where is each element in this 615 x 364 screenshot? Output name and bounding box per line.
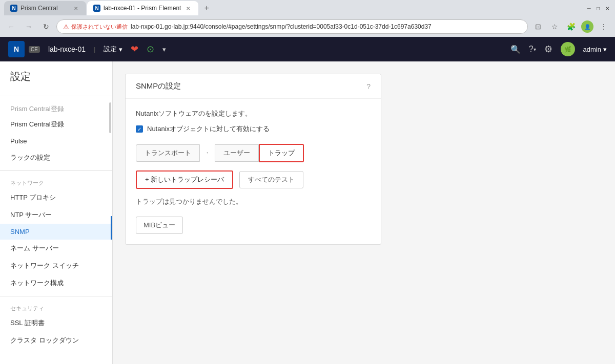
tab1-favicon: N: [10, 5, 17, 12]
test-all-button[interactable]: すべてのテスト: [239, 171, 303, 188]
avatar: 🌿: [561, 42, 575, 56]
new-trap-label: + 新しいトラップレシーバ: [145, 175, 224, 184]
screen-capture-icon[interactable]: ⊡: [531, 19, 545, 34]
enable-checkbox[interactable]: ✓: [136, 125, 143, 133]
browser-window: N Prism Central ✕ N lab-nxce-01 - Prism …: [0, 0, 615, 364]
sidebar-item-label: HTTP プロキシ: [10, 193, 56, 202]
address-field[interactable]: ⚠ 保護されていない通信 lab-nxpc-01.go-lab.jp:9440/…: [56, 19, 528, 34]
status-dropdown-arrow: ▾: [162, 46, 166, 53]
settings-nav-icon[interactable]: ⚙: [544, 44, 552, 55]
sidebar-item-http-proxy[interactable]: HTTP プロキシ: [0, 189, 112, 206]
divider-3: [0, 296, 112, 296]
tab1-label: Prism Central: [20, 5, 58, 12]
sidebar-item-rack[interactable]: ラックの設定: [0, 149, 112, 166]
divider-2: [0, 170, 112, 171]
settings-nav-dropdown[interactable]: 設定 ▾: [104, 45, 122, 54]
sidebar-item-label: SNMP: [10, 228, 30, 235]
active-indicator: [111, 216, 112, 233]
panel-description: Nutanixソフトウェアのを設定します。: [136, 109, 371, 118]
health-icon[interactable]: ❤: [131, 44, 138, 55]
tab-traps[interactable]: トラップ: [259, 144, 304, 162]
sidebar-item-snmp[interactable]: SNMP: [0, 224, 112, 240]
title-bar: N Prism Central ✕ N lab-nxce-01 - Prism …: [0, 0, 615, 16]
minimize-button[interactable]: ─: [585, 5, 592, 12]
tabs-area: N Prism Central ✕ N lab-nxce-01 - Prism …: [4, 1, 585, 15]
trap-action-row: + 新しいトラップレシーバ すべてのテスト: [136, 170, 371, 189]
security-text: 保護されていない通信: [71, 23, 128, 31]
tab-transport-label: トランスポート: [145, 149, 191, 157]
mib-view-label: MIBビュー: [144, 221, 175, 229]
new-trap-receiver-button[interactable]: + 新しいトラップレシーバ: [136, 170, 233, 189]
sidebar-item-pulse[interactable]: Pulse: [0, 133, 112, 149]
search-nav-icon[interactable]: 🔍: [510, 45, 521, 54]
tab-dot-1: ・: [200, 148, 215, 158]
tab-prism-central[interactable]: N Prism Central ✕: [4, 1, 86, 15]
nutanix-logo: N: [8, 41, 25, 57]
snmp-panel: SNMPの設定 ? Nutanixソフトウェアのを設定します。 ✓ Nutani…: [125, 74, 381, 245]
address-text: lab-nxpc-01.go-lab.jp:9440/console/#page…: [131, 23, 432, 30]
menu-icon[interactable]: ⋮: [597, 19, 611, 34]
site-name: lab-nxce-01: [48, 45, 86, 53]
sidebar-item-ntp[interactable]: NTP サーバー: [0, 206, 112, 224]
tab-prism-element[interactable]: N lab-nxce-01 - Prism Element ✕: [87, 1, 198, 15]
sidebar-item-lockdown[interactable]: クラスタ ロックダウン: [0, 332, 112, 349]
sidebar-item-label: NTP サーバー: [10, 210, 52, 220]
tab2-favicon: N: [93, 5, 100, 12]
address-actions: ⊡ ☆ 🧩 👤 ⋮: [531, 19, 611, 34]
scroll-indicator: [109, 102, 111, 133]
app-logo: N CE: [8, 41, 40, 57]
warning-icon: ⚠: [63, 23, 69, 31]
security-badge: ⚠ 保護されていない通信: [63, 23, 128, 31]
panel-help-icon[interactable]: ?: [366, 82, 371, 91]
enable-checkbox-row: ✓ Nutanixオブジェクトに対して有効にする: [136, 124, 371, 134]
tab-traps-label: トラップ: [268, 149, 295, 157]
extensions-icon[interactable]: 🧩: [564, 19, 578, 34]
help-nav-icon[interactable]: ? ▾: [529, 45, 536, 54]
tab-users[interactable]: ユーザー: [215, 144, 259, 162]
tab2-close[interactable]: ✕: [184, 4, 192, 12]
panel-body: Nutanixソフトウェアのを設定します。 ✓ Nutanixオブジェクトに対し…: [126, 99, 381, 244]
sidebar-item-label: ネットワーク スイッチ: [10, 261, 79, 270]
maximize-button[interactable]: □: [594, 5, 602, 12]
back-button[interactable]: ←: [4, 19, 18, 34]
sidebar-item-label: ネットワーク構成: [10, 279, 64, 288]
sidebar-item-label: クラスタ ロックダウン: [10, 336, 79, 345]
user-menu[interactable]: admin ▾: [583, 46, 607, 53]
sidebar-item-prism-central-full[interactable]: Prism Central登録: [0, 116, 112, 133]
sidebar-item-network-switch[interactable]: ネットワーク スイッチ: [0, 257, 112, 274]
avatar-img: 🌿: [564, 46, 571, 53]
bookmark-icon[interactable]: ☆: [547, 19, 562, 34]
user-arrow: ▾: [603, 46, 607, 53]
tab-users-label: ユーザー: [223, 149, 250, 157]
snmp-tabs: トランスポート ・ ユーザー トラップ: [136, 144, 371, 162]
sidebar-page-title: 設定: [0, 70, 112, 92]
help-arrow: ▾: [534, 47, 536, 52]
sidebar-item-label: Prism Central登録: [10, 104, 64, 114]
nav-icons: 🔍 ? ▾ ⚙ 🌿 admin ▾: [510, 42, 607, 56]
forward-button[interactable]: →: [22, 19, 36, 34]
panel-header: SNMPの設定 ?: [126, 74, 381, 99]
sidebar-item-network-config[interactable]: ネットワーク構成: [0, 274, 112, 292]
scrolled-items: Prism Central登録: [0, 100, 112, 116]
sidebar-item-ssl[interactable]: SSL 証明書: [0, 314, 112, 332]
app-layout: N CE lab-nxce-01 | 設定 ▾ ❤ ⊙ ▾ 🔍 ? ▾ ⚙: [0, 37, 615, 364]
sidebar-item-name-server[interactable]: ネーム サーバー: [0, 240, 112, 257]
tab-transport[interactable]: トランスポート: [136, 144, 200, 162]
sidebar: 設定 Prism Central登録 Prism Central登録 Pulse…: [0, 61, 113, 364]
user-label: admin: [583, 46, 601, 53]
test-all-label: すべてのテスト: [248, 176, 295, 183]
close-button[interactable]: ✕: [604, 5, 611, 12]
new-tab-button[interactable]: +: [199, 1, 214, 15]
profile-icon[interactable]: 👤: [580, 19, 594, 34]
logo-text: N: [14, 45, 19, 53]
sidebar-item-prism-central[interactable]: Prism Central登録: [0, 100, 112, 116]
nav-separator: |: [94, 46, 95, 53]
mib-view-button[interactable]: MIBビュー: [136, 217, 183, 234]
address-bar-row: ← → ↻ ⚠ 保護されていない通信 lab-nxpc-01.go-lab.jp…: [0, 16, 615, 37]
reload-button[interactable]: ↻: [39, 19, 53, 34]
content-area: SNMPの設定 ? Nutanixソフトウェアのを設定します。 ✓ Nutani…: [113, 61, 615, 364]
status-icon[interactable]: ⊙: [147, 44, 154, 55]
sidebar-item-label: Prism Central登録: [10, 120, 64, 129]
tab1-close[interactable]: ✕: [72, 4, 80, 12]
sidebar-section-security: セキュリティ: [0, 301, 112, 314]
